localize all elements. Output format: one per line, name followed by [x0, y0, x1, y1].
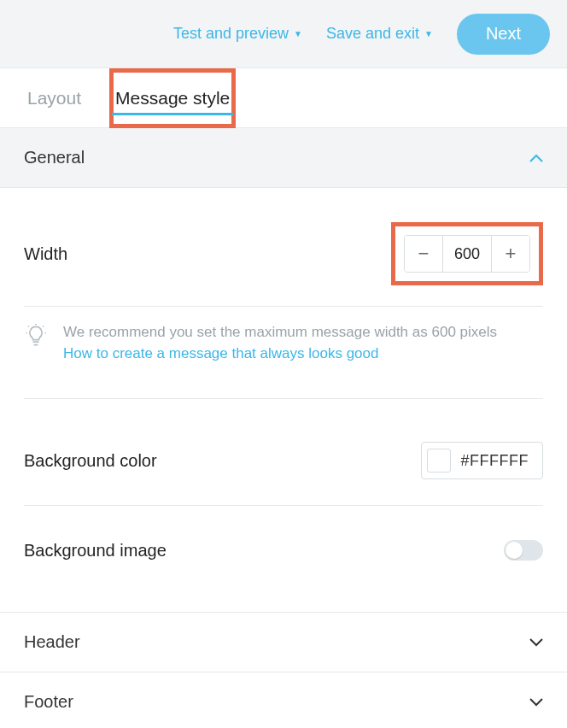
width-input[interactable] — [443, 236, 491, 272]
chevron-down-icon — [529, 696, 543, 709]
section-header[interactable]: Header — [0, 612, 567, 672]
svg-line-4 — [43, 326, 44, 327]
tab-message-style[interactable]: Message style — [112, 71, 233, 126]
background-color-label: Background color — [24, 451, 157, 471]
tab-layout[interactable]: Layout — [24, 71, 85, 126]
save-exit-button[interactable]: Save and exit ▼ — [326, 25, 433, 43]
background-image-row: Background image — [24, 506, 543, 612]
background-image-label: Background image — [24, 541, 167, 561]
background-color-input[interactable]: #FFFFFF — [421, 442, 543, 479]
tip-text: We recommend you set the maximum message… — [63, 324, 497, 340]
background-image-toggle[interactable] — [504, 540, 543, 561]
caret-down-icon: ▼ — [424, 30, 433, 38]
width-increment-button[interactable]: + — [492, 236, 529, 272]
width-label: Width — [24, 244, 67, 264]
background-color-row: Background color #FFFFFF — [24, 399, 543, 505]
style-tabs: Layout Message style — [0, 68, 567, 128]
background-color-value: #FFFFFF — [461, 452, 529, 470]
section-general-label: General — [24, 148, 85, 167]
tip-text-block: We recommend you set the maximum message… — [63, 322, 497, 364]
width-stepper-highlight: − + — [391, 222, 543, 285]
chevron-up-icon — [529, 151, 543, 165]
section-general[interactable]: General — [0, 128, 567, 188]
general-content: Width − + We recommend — [0, 188, 567, 612]
chevron-down-icon — [529, 636, 543, 649]
test-preview-button[interactable]: Test and preview ▼ — [173, 25, 302, 43]
top-toolbar: Test and preview ▼ Save and exit ▼ Next — [0, 0, 567, 68]
width-tip: We recommend you set the maximum message… — [24, 307, 543, 398]
section-footer-label: Footer — [24, 692, 73, 712]
color-swatch[interactable] — [427, 449, 451, 473]
section-header-label: Header — [24, 632, 80, 652]
svg-line-3 — [28, 326, 29, 327]
tip-link[interactable]: How to create a message that always look… — [63, 345, 378, 361]
next-button[interactable]: Next — [457, 14, 550, 55]
width-row: Width − + — [24, 188, 543, 306]
lightbulb-icon — [24, 324, 48, 351]
caret-down-icon: ▼ — [294, 30, 302, 38]
save-exit-label: Save and exit — [326, 25, 419, 43]
width-decrement-button[interactable]: − — [405, 236, 442, 272]
section-footer[interactable]: Footer — [0, 672, 567, 728]
width-stepper: − + — [404, 235, 530, 273]
toggle-knob — [506, 542, 523, 559]
test-preview-label: Test and preview — [173, 25, 289, 43]
